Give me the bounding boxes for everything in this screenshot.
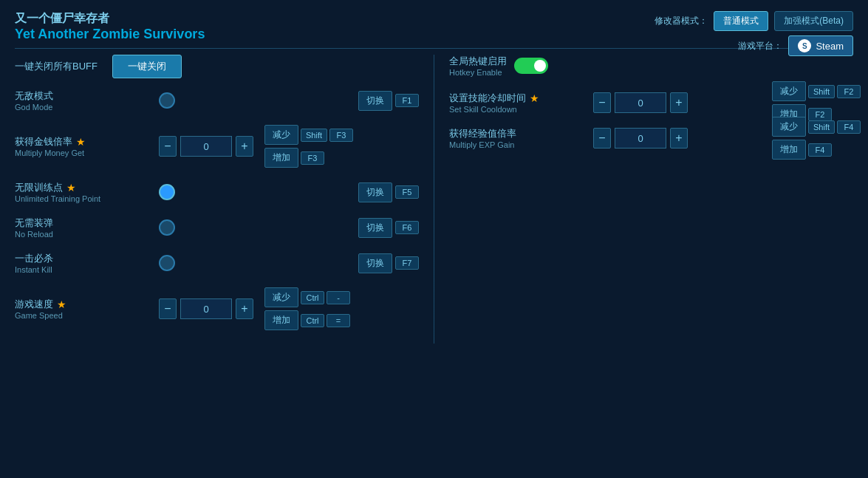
- hotkey-enable-en: Hotkey Enable: [449, 68, 507, 77]
- game-speed-minus-button[interactable]: −: [159, 298, 177, 319]
- hotkey-enable-toggle[interactable]: [514, 58, 548, 74]
- hotkey-enable-labels: 全局热键启用 Hotkey Enable: [449, 55, 507, 77]
- one-key-label: 一键关闭所有BUFF: [15, 60, 98, 73]
- god-mode-cn: 无敌模式: [15, 89, 151, 103]
- hotkey-enable-cn: 全局热键启用: [449, 55, 507, 68]
- training-cn-row: 无限训练点 ★: [15, 181, 151, 194]
- game-speed-equals-key: =: [327, 314, 350, 327]
- game-speed-decrease-button[interactable]: 减少: [264, 287, 298, 307]
- god-mode-toggle-label: 切换: [366, 95, 384, 107]
- skill-decrease-button[interactable]: 减少: [772, 81, 806, 101]
- no-reload-toggle[interactable]: [159, 219, 175, 236]
- game-speed-ctrl-key: Ctrl: [301, 291, 324, 304]
- money-f3-key: F3: [329, 129, 353, 142]
- mode-normal-button[interactable]: 普通模式: [714, 11, 768, 31]
- steam-icon: S: [798, 39, 811, 52]
- game-speed-input[interactable]: [180, 298, 232, 319]
- training-f5-key: F5: [395, 185, 419, 199]
- game-speed-minus-key: -: [327, 291, 350, 304]
- hotkey-enable-row: 全局热键启用 Hotkey Enable: [449, 55, 853, 77]
- game-speed-plus-button[interactable]: +: [236, 298, 253, 319]
- exp-gain-en: Multiply EXP Gain: [449, 140, 586, 149]
- top-right-controls: 修改器模式： 普通模式 加强模式(Beta) 游戏平台： S Steam: [655, 11, 853, 56]
- one-key-button[interactable]: 一键关闭: [112, 55, 182, 78]
- money-labels: 获得金钱倍率 ★ Multiply Money Get: [15, 135, 151, 157]
- game-speed-hotkeys: 减少 Ctrl - 增加 Ctrl =: [264, 287, 350, 330]
- money-decrease-row: 减少 Shift F3: [264, 125, 353, 145]
- no-reload-cn: 无需装弹: [15, 216, 151, 230]
- instant-kill-toggle[interactable]: [159, 255, 175, 271]
- skill-cooldown-cn-row: 设置技能冷却时间 ★: [449, 92, 586, 105]
- skill-shift-key: Shift: [808, 85, 835, 98]
- training-en: Unlimited Training Point: [15, 194, 151, 203]
- no-reload-en: No Reload: [15, 230, 151, 239]
- training-labels: 无限训练点 ★ Unlimited Training Point: [15, 181, 151, 203]
- training-hotkey-button[interactable]: 切换: [358, 182, 392, 202]
- money-plus-button[interactable]: +: [236, 136, 253, 157]
- game-speed-increase-button[interactable]: 增加: [264, 310, 298, 330]
- exp-f4-key: F4: [837, 120, 861, 134]
- money-decrease-button[interactable]: 减少: [264, 125, 298, 145]
- training-cn: 无限训练点: [15, 181, 63, 194]
- money-shift-key: Shift: [301, 129, 327, 142]
- exp-decrease-button[interactable]: 减少: [772, 117, 806, 137]
- hotkey-enable-section: 全局热键启用 Hotkey Enable: [449, 55, 853, 77]
- exp-gain-input[interactable]: [615, 128, 666, 148]
- no-reload-f6-key: F6: [395, 221, 419, 234]
- exp-gain-row: 获得经验值倍率 Multiply EXP Gain − + 减少 Shift F…: [449, 127, 853, 149]
- money-minus-button[interactable]: −: [159, 136, 177, 157]
- game-speed-decrease-row: 减少 Ctrl -: [264, 287, 350, 307]
- god-mode-hotkey-button[interactable]: 切换: [358, 91, 392, 111]
- app-container: 又一个僵尸幸存者 Yet Another Zombie Survivors 修改…: [0, 0, 868, 478]
- money-cn: 获得金钱倍率: [15, 135, 72, 148]
- training-toggle[interactable]: [159, 184, 175, 200]
- skill-decrease-shift-f2: 减少 Shift F2: [772, 81, 861, 101]
- money-en: Multiply Money Get: [15, 148, 151, 157]
- instant-kill-hotkey-button[interactable]: 切换: [358, 253, 392, 273]
- game-speed-control: − +: [159, 298, 253, 319]
- skill-cooldown-plus-button[interactable]: +: [670, 92, 688, 113]
- money-star: ★: [76, 136, 86, 148]
- game-speed-cn-row: 游戏速度 ★: [15, 298, 151, 311]
- training-row: 无限训练点 ★ Unlimited Training Point 切换 F5: [15, 181, 419, 203]
- steam-label: Steam: [816, 41, 844, 52]
- exp-gain-cn: 获得经验值倍率: [449, 127, 586, 140]
- exp-gain-control: − +: [593, 128, 688, 148]
- steam-button[interactable]: S Steam: [788, 35, 853, 56]
- no-reload-labels: 无需装弹 No Reload: [15, 216, 151, 239]
- money-hotkeys: 减少 Shift F3 增加 F3: [264, 125, 353, 168]
- platform-row: 游戏平台： S Steam: [738, 35, 853, 56]
- skill-cooldown-input[interactable]: [615, 92, 666, 113]
- exp-increase-button[interactable]: 增加: [772, 140, 806, 160]
- exp-gain-plus-button[interactable]: +: [670, 128, 688, 148]
- god-mode-toggle[interactable]: [159, 92, 175, 109]
- god-mode-f1-key: F1: [395, 94, 419, 107]
- no-reload-hotkey-button[interactable]: 切换: [358, 218, 392, 238]
- instant-kill-cn: 一击必杀: [15, 252, 151, 265]
- god-mode-row: 无敌模式 God Mode 切换 F1: [15, 89, 419, 112]
- platform-label: 游戏平台：: [738, 40, 782, 52]
- vertical-divider: [434, 55, 434, 344]
- mode-label: 修改器模式：: [655, 15, 708, 27]
- money-cn-row: 获得金钱倍率 ★: [15, 135, 151, 148]
- money-increase-button[interactable]: 增加: [264, 148, 298, 168]
- mode-beta-button[interactable]: 加强模式(Beta): [774, 11, 853, 31]
- skill-cooldown-star: ★: [530, 92, 539, 104]
- game-speed-labels: 游戏速度 ★ Game Speed: [15, 298, 151, 320]
- instant-kill-en: Instant Kill: [15, 265, 151, 274]
- exp-gain-minus-button[interactable]: −: [593, 128, 611, 148]
- exp-increase-f4-key: F4: [808, 143, 832, 157]
- skill-cooldown-row: 设置技能冷却时间 ★ Set Skill Cooldown − + 减少 Shi…: [449, 92, 853, 114]
- training-star: ★: [66, 182, 76, 194]
- skill-cooldown-en: Set Skill Cooldown: [449, 105, 586, 114]
- instant-kill-row: 一击必杀 Instant Kill 切换 F7: [15, 252, 419, 274]
- right-panel: 全局热键启用 Hotkey Enable 设置技能冷却时间 ★ Set Skil…: [449, 55, 853, 344]
- exp-increase-f4: 增加 F4: [772, 140, 861, 160]
- instant-kill-f7-key: F7: [395, 256, 419, 270]
- skill-cooldown-minus-button[interactable]: −: [593, 92, 611, 113]
- game-speed-row: 游戏速度 ★ Game Speed − + 减少 Ctrl -: [15, 287, 419, 330]
- money-input[interactable]: [180, 136, 232, 157]
- god-mode-en: God Mode: [15, 103, 151, 112]
- game-speed-star: ★: [57, 298, 66, 310]
- exp-gain-hotkeys: 减少 Shift F4 增加 F4: [772, 117, 861, 160]
